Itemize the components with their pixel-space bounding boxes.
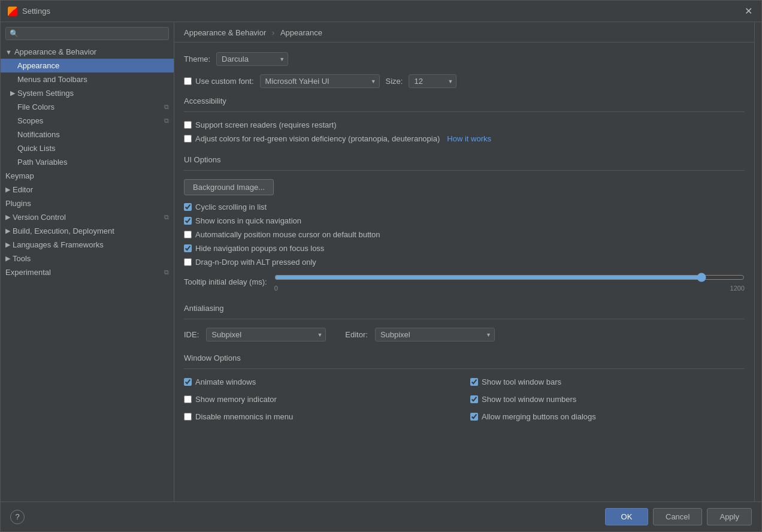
custom-font-checkbox-label[interactable]: Use custom font: [184, 77, 254, 86]
font-select[interactable]: Microsoft YaHei UI Arial Consolas Segoe … [260, 74, 380, 88]
sidebar-tree: ▼ Appearance & Behavior Appearance Menus… [1, 45, 174, 501]
show-tool-window-numbers-checkbox[interactable] [470, 395, 478, 403]
search-box: 🔍 [5, 27, 169, 40]
sidebar-item-label: File Colors [17, 102, 162, 111]
window-options-section: Window Options Animate windows Show tool… [184, 353, 745, 426]
size-select-wrapper: 10 11 12 13 14 16 [409, 74, 456, 88]
sidebar-item-scopes[interactable]: Scopes ⧉ [1, 114, 174, 128]
cyclic-scrolling-checkbox[interactable] [184, 203, 192, 211]
custom-font-label: Use custom font: [195, 77, 254, 86]
breadcrumb-parent: Appearance & Behavior [184, 28, 266, 37]
close-button[interactable]: ✕ [742, 5, 754, 17]
section-divider [184, 368, 745, 369]
show-memory-indicator-checkbox[interactable] [184, 395, 192, 403]
search-input[interactable] [21, 29, 165, 38]
support-screen-readers-checkbox[interactable] [184, 121, 192, 129]
disable-mnemonics-row: Disable mnemonics in menu [184, 412, 458, 421]
expand-arrow: ▶ [5, 241, 10, 249]
background-image-button[interactable]: Background Image... [184, 179, 274, 195]
copy-icon: ⧉ [164, 117, 169, 125]
sidebar-item-menus-toolbars[interactable]: Menus and Toolbars [1, 72, 174, 86]
ide-aa-select[interactable]: Subpixel Greyscale None [206, 328, 326, 341]
disable-mnemonics-checkbox[interactable] [184, 413, 192, 421]
hide-nav-popups-checkbox[interactable] [184, 244, 192, 252]
theme-select-wrapper: Darcula IntelliJ High Contrast Windows 1… [216, 52, 288, 66]
theme-select[interactable]: Darcula IntelliJ High Contrast Windows 1… [216, 52, 288, 66]
auto-position-mouse-checkbox[interactable] [184, 231, 192, 238]
sidebar-item-version-control[interactable]: ▶ Version Control ⧉ [1, 210, 174, 224]
sidebar-item-keymap[interactable]: Keymap [1, 169, 174, 183]
window-options-title: Window Options [184, 353, 745, 362]
section-divider [184, 111, 745, 112]
allow-merging-buttons-checkbox[interactable] [470, 413, 478, 421]
drag-drop-alt-label: Drag-n-Drop with ALT pressed only [195, 258, 316, 267]
help-button[interactable]: ? [10, 510, 25, 524]
dialog-title: Settings [22, 7, 50, 16]
font-select-wrapper: Microsoft YaHei UI Arial Consolas Segoe … [260, 74, 380, 88]
sidebar-item-label: Menus and Toolbars [17, 75, 169, 84]
ui-options-section: UI Options Background Image... Cyclic sc… [184, 155, 745, 292]
support-screen-readers-label: Support screen readers (requires restart… [195, 120, 337, 129]
content-body: Theme: Darcula IntelliJ High Contrast Wi… [174, 43, 754, 501]
expand-arrow: ▶ [5, 186, 10, 194]
editor-aa-select[interactable]: Subpixel Greyscale None [375, 328, 495, 341]
auto-position-mouse-row: Automatically position mouse cursor on d… [184, 230, 745, 239]
auto-position-mouse-label: Automatically position mouse cursor on d… [195, 230, 380, 239]
app-icon [8, 7, 17, 16]
sidebar-item-editor[interactable]: ▶ Editor [1, 183, 174, 197]
size-select[interactable]: 10 11 12 13 14 16 [409, 74, 456, 88]
custom-font-checkbox[interactable] [184, 77, 192, 85]
dialog-footer: ? OK Cancel Apply [1, 501, 761, 531]
sidebar-item-languages-frameworks[interactable]: ▶ Languages & Frameworks [1, 238, 174, 252]
sidebar-item-file-colors[interactable]: File Colors ⧉ [1, 100, 174, 114]
disable-mnemonics-label: Disable mnemonics in menu [195, 412, 293, 421]
size-label: Size: [386, 77, 403, 86]
show-tool-window-bars-checkbox[interactable] [470, 378, 478, 386]
show-icons-quick-nav-row: Show icons in quick navigation [184, 216, 745, 225]
slider-max: 1200 [730, 285, 745, 292]
apply-button[interactable]: Apply [707, 508, 752, 525]
sidebar-item-plugins[interactable]: Plugins [1, 197, 174, 210]
sidebar-item-path-variables[interactable]: Path Variables [1, 155, 174, 169]
cyclic-scrolling-row: Cyclic scrolling in list [184, 202, 745, 211]
search-icon: 🔍 [10, 29, 19, 38]
editor-aa-label: Editor: [345, 330, 368, 339]
sidebar-item-label: Appearance & Behavior [14, 47, 169, 56]
cancel-button[interactable]: Cancel [653, 508, 702, 525]
sidebar-item-appearance[interactable]: Appearance [1, 59, 174, 72]
sidebar-item-label: Appearance [17, 61, 169, 70]
animate-windows-row: Animate windows [184, 377, 458, 386]
slider-container: 0 1200 [274, 271, 745, 292]
sidebar-item-label: Path Variables [17, 158, 169, 167]
ok-button[interactable]: OK [605, 508, 648, 525]
show-memory-indicator-label: Show memory indicator [195, 395, 277, 404]
sidebar-item-label: Experimental [5, 268, 162, 277]
drag-drop-alt-checkbox[interactable] [184, 258, 192, 266]
sidebar-item-system-settings[interactable]: ▶ System Settings [1, 86, 174, 100]
sidebar-item-tools[interactable]: ▶ Tools [1, 252, 174, 265]
sidebar-item-label: Quick Lists [17, 144, 169, 153]
tooltip-delay-row: Tooltip initial delay (ms): 0 1200 [184, 271, 745, 292]
sidebar-item-quick-lists[interactable]: Quick Lists [1, 141, 174, 155]
animate-windows-checkbox[interactable] [184, 378, 192, 386]
scrollbar[interactable] [754, 22, 761, 501]
theme-row: Theme: Darcula IntelliJ High Contrast Wi… [184, 52, 745, 66]
ide-aa-select-wrapper: Subpixel Greyscale None [206, 328, 326, 341]
sidebar-item-label: Scopes [17, 116, 162, 125]
sidebar-item-build-execution[interactable]: ▶ Build, Execution, Deployment [1, 224, 174, 238]
sidebar-item-notifications[interactable]: Notifications [1, 128, 174, 141]
window-options-grid: Animate windows Show tool window bars Sh… [184, 377, 745, 426]
tooltip-delay-slider[interactable] [274, 273, 745, 282]
expand-arrow: ▶ [5, 255, 10, 262]
sidebar-item-label: Plugins [5, 199, 169, 208]
sidebar-item-label: Tools [13, 254, 169, 263]
how-it-works-link[interactable]: How it works [447, 134, 491, 143]
sidebar-item-appearance-behavior[interactable]: ▼ Appearance & Behavior [1, 45, 174, 59]
slider-numbers: 0 1200 [274, 285, 745, 292]
adjust-colors-checkbox[interactable] [184, 135, 192, 143]
sidebar-item-label: System Settings [17, 89, 169, 98]
show-icons-quick-nav-checkbox[interactable] [184, 217, 192, 225]
slider-min: 0 [274, 285, 278, 292]
sidebar-item-experimental[interactable]: Experimental ⧉ [1, 265, 174, 279]
ide-aa-label: IDE: [184, 330, 199, 339]
